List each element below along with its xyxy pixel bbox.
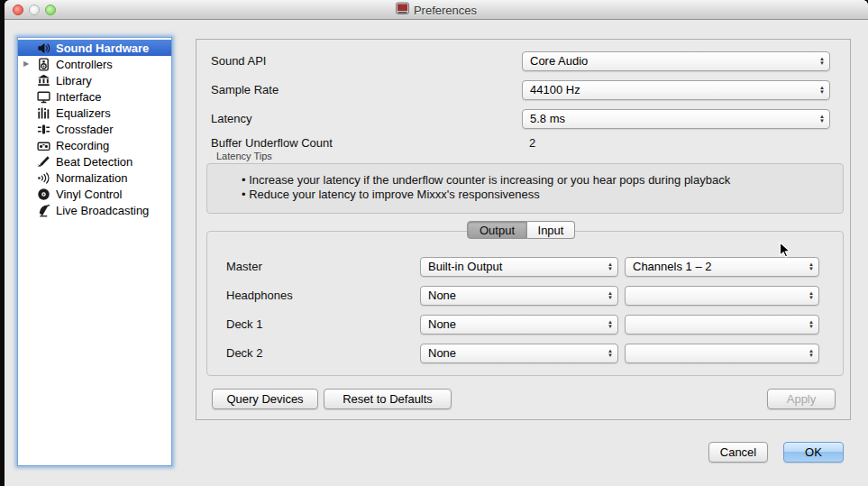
sidebar-item-label: Beat Detection xyxy=(56,155,132,169)
sidebar-item-label: Controllers xyxy=(56,58,113,71)
window-title: Preferences xyxy=(414,4,477,17)
buffer-underflow-value: 2 xyxy=(529,133,535,153)
deck2-device-select[interactable]: None ▲▼ xyxy=(420,344,618,363)
sidebar-item-beat-detection[interactable]: Beat Detection xyxy=(18,153,171,170)
sidebar-item-label: Recording xyxy=(56,139,109,152)
latency-select[interactable]: 5.8 ms ▲▼ xyxy=(522,109,830,129)
stepper-arrows-icon: ▲▼ xyxy=(809,349,814,358)
sidebar-item-label: Equalizers xyxy=(56,106,111,120)
stepper-arrows-icon: ▲▼ xyxy=(608,349,613,358)
master-label: Master xyxy=(226,257,262,277)
headphones-label: Headphones xyxy=(226,286,293,306)
sample-rate-select[interactable]: 44100 Hz ▲▼ xyxy=(522,80,830,100)
pencil-icon xyxy=(33,155,53,169)
headphones-channel-select[interactable]: ▲▼ xyxy=(625,286,819,306)
title-area: Preferences xyxy=(5,0,868,20)
titlebar: Preferences xyxy=(5,0,868,20)
latency-tips-title: Latency Tips xyxy=(216,151,272,161)
sidebar-item-label: Interface xyxy=(56,90,102,104)
stepper-arrows-icon: ▲▼ xyxy=(608,262,613,271)
satellite-icon xyxy=(33,204,53,217)
bank-icon xyxy=(33,74,53,87)
sidebar-item-label: Normalization xyxy=(56,171,127,185)
stepper-arrows-icon: ▲▼ xyxy=(819,115,825,124)
latency-label: Latency xyxy=(211,109,252,129)
sidebar-item-crossfader[interactable]: Crossfader xyxy=(18,121,171,137)
sidebar-item-label: Live Broadcasting xyxy=(56,204,149,217)
deck1-label: Deck 1 xyxy=(226,315,262,335)
sidebar-item-equalizers[interactable]: Equalizers xyxy=(18,105,171,121)
sound-hardware-pane: Sound API Core Audio ▲▼ Sample Rate 4410… xyxy=(196,39,851,420)
sidebar-item-live-broadcasting[interactable]: Live Broadcasting xyxy=(18,202,171,218)
monitor-icon xyxy=(33,90,53,104)
app-icon xyxy=(396,2,409,19)
sound-api-select[interactable]: Core Audio ▲▼ xyxy=(522,51,830,71)
mouse-cursor xyxy=(779,242,791,260)
sidebar-item-normalization[interactable]: Normalization xyxy=(18,170,171,186)
sidebar-item-label: Vinyl Control xyxy=(56,188,122,201)
headphones-device-select[interactable]: None ▲▼ xyxy=(420,286,618,306)
tab-input[interactable]: Input xyxy=(527,221,575,239)
io-tab-bar: Output Input xyxy=(467,221,575,239)
deck2-channel-select[interactable]: ▲▼ xyxy=(625,344,819,363)
preferences-sidebar: Sound Hardware ▶ Controllers Library Int… xyxy=(17,37,172,466)
sidebar-item-vinyl-control[interactable]: Vinyl Control xyxy=(18,186,171,202)
soundwave-icon xyxy=(33,171,53,185)
stepper-arrows-icon: ▲▼ xyxy=(809,320,814,329)
disclosure-triangle-icon[interactable]: ▶ xyxy=(18,56,33,72)
latency-tip: • Increase your latency if the underflow… xyxy=(242,173,834,188)
query-devices-button[interactable]: Query Devices xyxy=(212,389,318,409)
sound-api-label: Sound API xyxy=(211,51,266,71)
sample-rate-label: Sample Rate xyxy=(211,80,279,100)
master-device-select[interactable]: Built-in Output ▲▼ xyxy=(420,257,618,277)
stepper-arrows-icon: ▲▼ xyxy=(819,86,825,95)
master-channel-select[interactable]: Channels 1 – 2 ▲▼ xyxy=(625,257,819,277)
sidebar-item-sound-hardware[interactable]: Sound Hardware xyxy=(18,40,171,56)
tab-output[interactable]: Output xyxy=(467,221,527,239)
sidebar-item-label: Sound Hardware xyxy=(56,41,149,55)
latency-tips-box: • Increase your latency if the underflow… xyxy=(206,163,844,214)
sidebar-item-controllers[interactable]: ▶ Controllers xyxy=(18,56,171,72)
sidebar-item-label: Crossfader xyxy=(56,123,114,136)
controller-icon xyxy=(33,58,53,71)
stepper-arrows-icon: ▲▼ xyxy=(608,320,613,329)
deck2-label: Deck 2 xyxy=(226,344,262,363)
deck1-device-select[interactable]: None ▲▼ xyxy=(420,315,618,335)
deck1-channel-select[interactable]: ▲▼ xyxy=(625,315,819,335)
vinyl-icon xyxy=(33,188,53,201)
latency-tip: • Reduce your latency to improve Mixxx's… xyxy=(242,188,834,202)
recorder-icon xyxy=(33,139,53,152)
preferences-window: Preferences Sound Hardware ▶ Controllers… xyxy=(5,0,868,486)
ok-button[interactable]: OK xyxy=(783,442,844,463)
stepper-arrows-icon: ▲▼ xyxy=(608,291,613,300)
stepper-arrows-icon: ▲▼ xyxy=(819,57,825,66)
equalizer-icon xyxy=(33,106,53,120)
apply-button[interactable]: Apply xyxy=(767,389,836,409)
sidebar-item-label: Library xyxy=(56,74,92,87)
sidebar-item-interface[interactable]: Interface xyxy=(18,88,171,105)
stepper-arrows-icon: ▲▼ xyxy=(809,262,814,271)
stepper-arrows-icon: ▲▼ xyxy=(809,291,814,300)
reset-to-defaults-button[interactable]: Reset to Defaults xyxy=(324,389,452,409)
crossfader-icon xyxy=(33,123,53,136)
cancel-button[interactable]: Cancel xyxy=(708,442,768,463)
speaker-icon xyxy=(33,41,53,55)
sidebar-item-library[interactable]: Library xyxy=(18,72,171,88)
sidebar-item-recording[interactable]: Recording xyxy=(18,137,171,153)
